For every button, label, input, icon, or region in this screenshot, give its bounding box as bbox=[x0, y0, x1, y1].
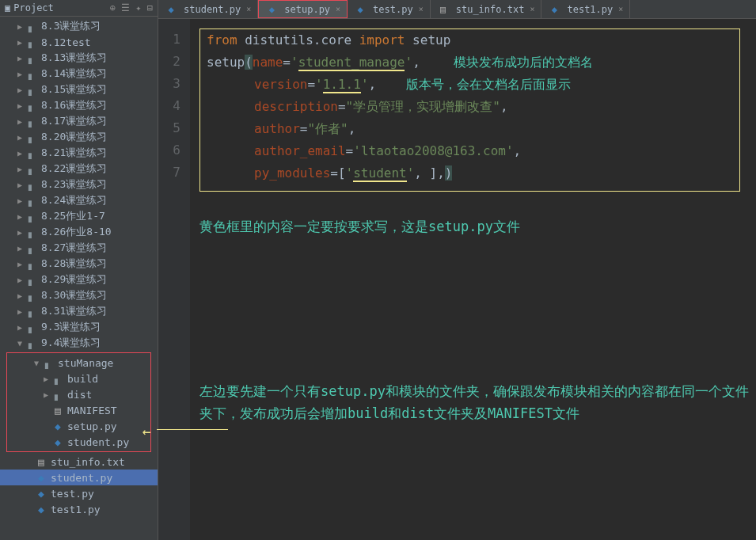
tree-arrow[interactable]: ▶ bbox=[14, 149, 25, 158]
tree-arrow[interactable]: ▼ bbox=[31, 359, 42, 367]
tree-arrow[interactable]: ▶ bbox=[14, 228, 25, 237]
tree-arrow[interactable]: ▶ bbox=[14, 291, 25, 300]
tree-label: 8.12test bbox=[41, 36, 91, 48]
tree-item[interactable]: ◆student.py bbox=[0, 470, 158, 485]
file-icon: ▤ bbox=[51, 404, 64, 416]
tree-item[interactable]: ◆test1.py bbox=[0, 501, 158, 517]
tree-arrow[interactable]: ▶ bbox=[14, 244, 25, 253]
editor-tab[interactable]: ◆student.py× bbox=[158, 0, 258, 18]
tree-item[interactable]: ▤MANIFEST bbox=[7, 402, 150, 418]
tree-label: 8.29课堂练习 bbox=[41, 272, 107, 287]
tree-label: setup.py bbox=[67, 420, 117, 432]
folder-icon: ▖ bbox=[25, 36, 38, 48]
close-icon[interactable]: × bbox=[336, 5, 340, 13]
tree-item[interactable]: ◆student.py bbox=[7, 434, 150, 450]
code-area[interactable]: from distutils.core import setup setup(n… bbox=[190, 19, 756, 540]
tree-arrow[interactable]: ▼ bbox=[14, 339, 25, 348]
close-icon[interactable]: × bbox=[419, 5, 424, 13]
folder-icon: ▖ bbox=[25, 67, 38, 80]
tree-arrow[interactable]: ▶ bbox=[14, 54, 25, 63]
tree-item[interactable]: ▶▖8.16课堂练习 bbox=[0, 97, 158, 113]
tree-item[interactable]: ▶▖8.29课堂练习 bbox=[0, 272, 158, 287]
tree-item[interactable]: ▶▖8.21课堂练习 bbox=[0, 145, 158, 161]
tree-item[interactable]: ▶▖8.17课堂练习 bbox=[0, 113, 158, 129]
tree-item[interactable]: ▶▖8.31课堂练习 bbox=[0, 303, 158, 319]
editor-tab[interactable]: ◆test.py× bbox=[348, 0, 431, 18]
tree-item[interactable]: ▶▖8.12test bbox=[0, 34, 158, 50]
tree-item[interactable]: ▶▖8.22课堂练习 bbox=[0, 161, 158, 177]
tree-arrow[interactable]: ▶ bbox=[14, 101, 25, 110]
stumanage-highlight: ▼▖stuManage▶▖build▶▖dist▤MANIFEST◆setup.… bbox=[6, 352, 151, 452]
project-header: ▣ Project ⊕ ☰ ✦ ⊟ bbox=[0, 0, 158, 17]
tree-arrow[interactable]: ▶ bbox=[14, 165, 25, 173]
tree-item[interactable]: ▤stu_info.txt bbox=[0, 454, 158, 470]
tree-item[interactable]: ▶▖9.3课堂练习 bbox=[0, 319, 158, 335]
tree-item[interactable]: ▶▖build bbox=[7, 371, 150, 386]
tree-label: 8.30课堂练习 bbox=[41, 288, 107, 302]
tree-label: student.py bbox=[51, 472, 112, 484]
python-icon: ◆ bbox=[165, 3, 177, 16]
file-icon: ▤ bbox=[35, 455, 47, 468]
tree-item[interactable]: ◆setup.py bbox=[7, 418, 150, 434]
annotation-1: 模块发布成功后的文档名 bbox=[454, 51, 593, 74]
folder-icon: ▖ bbox=[25, 226, 38, 238]
tree-label: stu_info.txt bbox=[51, 456, 125, 468]
tree-arrow[interactable]: ▶ bbox=[14, 117, 25, 126]
tree-arrow[interactable]: ▶ bbox=[14, 323, 25, 332]
tree-arrow[interactable]: ▶ bbox=[14, 38, 25, 47]
tab-label: student.py bbox=[184, 4, 241, 15]
editor-tab[interactable]: ◆test1.py× bbox=[541, 0, 630, 18]
tree-arrow[interactable]: ▶ bbox=[14, 181, 25, 189]
tree-item[interactable]: ◆test.py bbox=[0, 485, 158, 501]
tree-item[interactable]: ▶▖8.25作业1-7 bbox=[0, 208, 158, 224]
folder-icon: ▖ bbox=[25, 131, 38, 143]
tree-item[interactable]: ▶▖8.27课堂练习 bbox=[0, 240, 158, 256]
tree-arrow[interactable]: ▶ bbox=[14, 70, 25, 78]
python-icon: ◆ bbox=[548, 3, 560, 16]
tree-label: 8.31课堂练习 bbox=[41, 304, 107, 318]
tree-arrow[interactable]: ▶ bbox=[14, 212, 25, 221]
tree-item[interactable]: ▶▖8.26作业8-10 bbox=[0, 224, 158, 240]
tree-arrow[interactable]: ▶ bbox=[14, 260, 25, 268]
tree-item[interactable]: ▶▖8.20课堂练习 bbox=[0, 129, 158, 145]
tab-label: test1.py bbox=[567, 4, 613, 15]
file-icon: ▤ bbox=[437, 3, 450, 16]
code-editor[interactable]: 1234567 from distutils.core import setup… bbox=[158, 19, 756, 540]
tree-item[interactable]: ▶▖dist bbox=[7, 386, 150, 402]
folder-icon: ▖ bbox=[25, 210, 38, 222]
editor-tab[interactable]: ◆setup.py× bbox=[258, 0, 348, 18]
tree-label: 8.21课堂练习 bbox=[41, 146, 107, 160]
tree-item[interactable]: ▶▖8.23课堂练习 bbox=[0, 177, 158, 192]
folder-icon: ▖ bbox=[51, 388, 64, 401]
tree-arrow[interactable]: ▶ bbox=[14, 196, 25, 205]
project-tools[interactable]: ⊕ ☰ ✦ ⊟ bbox=[110, 2, 153, 13]
tree-arrow[interactable]: ▶ bbox=[14, 22, 25, 31]
tree-arrow[interactable]: ▶ bbox=[14, 133, 25, 142]
tree-item[interactable]: ▶▖8.15课堂练习 bbox=[0, 82, 158, 97]
tree-item[interactable]: ▶▖8.3课堂练习 bbox=[0, 18, 158, 34]
tree-label: 8.15课堂练习 bbox=[41, 82, 107, 97]
folder-icon: ▖ bbox=[25, 305, 38, 318]
tree-item[interactable]: ▶▖8.13课堂练习 bbox=[0, 50, 158, 66]
tree-label: 9.4课堂练习 bbox=[41, 336, 101, 350]
tree-item[interactable]: ▶▖8.14课堂练习 bbox=[0, 66, 158, 82]
folder-icon: ▖ bbox=[25, 289, 38, 302]
tree-item[interactable]: ▶▖8.30课堂练习 bbox=[0, 287, 158, 303]
close-icon[interactable]: × bbox=[530, 5, 534, 13]
tree-arrow[interactable]: ▶ bbox=[40, 390, 51, 399]
tree-item[interactable]: ▶▖8.24课堂练习 bbox=[0, 192, 158, 208]
python-icon: ◆ bbox=[35, 487, 47, 500]
tree-item[interactable]: ▶▖8.28课堂练习 bbox=[0, 256, 158, 272]
tree-arrow[interactable]: ▶ bbox=[14, 307, 25, 316]
editor-tab[interactable]: ▤stu_info.txt× bbox=[431, 0, 542, 18]
close-icon[interactable]: × bbox=[246, 5, 251, 13]
folder-icon: ▖ bbox=[25, 194, 38, 207]
tree-item[interactable]: ▼▖9.4课堂练习 bbox=[0, 335, 158, 351]
tree-arrow[interactable]: ▶ bbox=[40, 375, 51, 383]
line-gutter: 1234567 bbox=[158, 19, 190, 540]
tree-arrow[interactable]: ▶ bbox=[14, 86, 25, 94]
tree-label: 8.28课堂练习 bbox=[41, 257, 107, 271]
close-icon[interactable]: × bbox=[618, 5, 623, 13]
tree-arrow[interactable]: ▶ bbox=[14, 276, 25, 284]
tree-item[interactable]: ▼▖stuManage bbox=[7, 355, 150, 371]
